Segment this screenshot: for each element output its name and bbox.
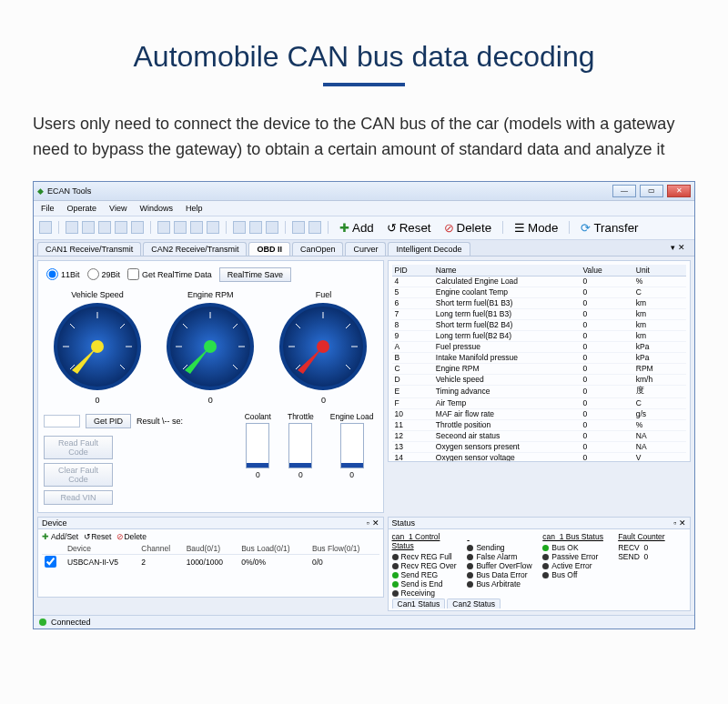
table-row[interactable]: DVehicle speed0km/h [392,374,686,385]
tab-decode[interactable]: Intelligent Decode [388,242,470,256]
tab-close-icon[interactable]: ▾ ✕ [665,242,691,256]
close-button[interactable]: ✕ [667,185,691,197]
menu-file[interactable]: File [41,204,55,213]
status-col4-header: Fault Counter [618,532,686,541]
toolbar-icon[interactable] [66,221,78,234]
status-tab-can2[interactable]: Can2 Status [447,598,500,608]
result-label: Result \-- se: [136,417,183,426]
menu-view[interactable]: View [109,204,126,213]
col-value[interactable]: Value [581,265,633,277]
pid-input[interactable] [44,415,80,427]
minimize-button[interactable]: — [612,185,636,197]
gauge-rpm-value: 0 [165,396,256,405]
bar-engineload [340,423,364,468]
toolbar-icon[interactable] [308,221,321,234]
device-reset[interactable]: ↺Reset [84,532,111,541]
table-row[interactable]: 9Long term fuel(B2 B4)0km [392,330,686,341]
col-unit[interactable]: Unit [633,265,686,277]
toolbar-icon[interactable] [266,221,278,234]
tab-curver[interactable]: Curver [345,242,386,256]
dev-col-channel: Channel [138,543,183,555]
pane-collapse-icon[interactable]: ▫ ✕ [673,518,686,528]
device-check[interactable] [45,556,56,568]
pid-table: PID Name Value Unit 4Calculated Engine L… [388,260,691,462]
table-row[interactable]: 7Long term fuel(B1 B3)0km [392,308,686,319]
delete-button[interactable]: ⊘Delete [440,219,497,236]
toolbar-icon[interactable] [157,221,170,234]
table-row[interactable]: CEngine RPM0RPM [392,363,686,374]
bar-throttle [288,423,312,468]
table-row[interactable]: FAir Temp0C [392,397,686,408]
tab-can2[interactable]: CAN2 Receive/Transmit [143,242,247,256]
transfer-button[interactable]: ⟳Transfer [576,219,642,236]
tab-canopen[interactable]: CanOpen [292,242,344,256]
toolbar-icon[interactable] [207,221,219,234]
toolbar-icon[interactable] [98,221,111,234]
status-tab-can1[interactable]: Can1 Status [392,598,446,608]
toolbar-icon[interactable] [82,221,95,234]
plus-icon: ✚ [339,221,349,235]
tabs: CAN1 Receive/Transmit CAN2 Receive/Trans… [34,240,694,256]
toolbar-icon[interactable] [115,221,127,234]
tab-obd2[interactable]: OBD II [248,242,290,256]
col-name[interactable]: Name [433,265,581,277]
table-row[interactable]: 11Throttle position0% [392,419,686,430]
status-dot-icon [39,619,46,626]
toolbar-icon[interactable] [249,221,262,234]
intro-text: Users only need to connect the device to… [33,112,695,163]
device-pane-title: Device [42,518,67,528]
table-row[interactable]: 10MAF air flow rate0g/s [392,408,686,419]
col-pid[interactable]: PID [392,265,433,277]
pane-collapse-icon[interactable]: ▫ ✕ [367,518,379,528]
get-pid-button[interactable]: Get PID [86,414,131,428]
table-row[interactable]: 8Short term fuel(B2 B4)0km [392,319,686,330]
table-row[interactable]: 4Calculated Engine Load0% [392,276,686,287]
bar-throttle-label: Throttle [288,412,314,421]
clear-fault-button[interactable]: Clear Fault Code [44,463,113,487]
table-row[interactable]: ETiming advance0度 [392,385,686,397]
toolbar-icon[interactable] [292,221,305,234]
transfer-icon: ⟳ [581,221,591,235]
realtime-save-button[interactable]: RealTime Save [219,267,291,282]
radio-29bit[interactable]: 29Bit [87,268,121,280]
read-fault-button[interactable]: Read Fault Code [44,436,113,459]
radio-11bit[interactable]: 11Bit [46,268,80,280]
check-realtime[interactable]: Get RealTime Data [127,268,212,280]
device-row[interactable]: USBCAN-II-V5 2 1000/1000 0%/0% 0/0 [42,554,379,570]
toolbar-icon[interactable] [131,221,144,234]
add-button[interactable]: ✚Add [335,219,379,236]
table-row[interactable]: AFuel pressue0kPa [392,341,686,352]
dev-col-load: Bus Load(0/1) [238,543,309,555]
toolbar-icon[interactable] [39,221,52,234]
maximize-button[interactable]: ▭ [640,185,663,197]
table-row[interactable]: 13Oxygen sensors present0NA [392,441,686,452]
svg-point-10 [91,340,104,353]
mode-button[interactable]: ☰Mode [510,219,562,236]
device-delete[interactable]: ⊘Delete [116,532,147,541]
table-row[interactable]: BIntake Manifold pressue0kPa [392,352,686,363]
toolbar-icon[interactable] [190,221,203,234]
svg-point-21 [204,340,217,353]
table-row[interactable]: 6Short term fuel(B1 B3)0km [392,297,686,308]
table-row[interactable]: 14Oxygen sensor voltage0V [392,452,686,462]
table-row[interactable]: 12Seceond air status0NA [392,430,686,441]
bit-options: 11Bit 29Bit Get RealTime Data RealTime S… [42,265,379,285]
status-col1-header: can_1 Control Status [392,532,460,550]
gauge-speed-label: Vehicle Speed [52,290,143,299]
toolbar: ✚Add ↺Reset ⊘Delete ☰Mode ⟳Transfer [34,216,694,240]
device-addset[interactable]: ✚ Add/Set [42,532,78,541]
toolbar-icon[interactable] [174,221,187,234]
window-title: ECAN Tools [47,186,91,196]
menu-help[interactable]: Help [186,204,203,213]
toolbar-icon[interactable] [233,221,246,234]
table-row[interactable]: 5Engine coolant Temp0C [392,287,686,297]
gauge-fuel-label: Fuel [278,290,369,299]
bar-coolant-label: Coolant [245,412,271,421]
reset-button[interactable]: ↺Reset [382,219,436,236]
read-vin-button[interactable]: Read VIN [44,490,113,505]
menu-windows[interactable]: Windows [139,204,173,213]
page-title: Automobile CAN bus data decoding [33,40,695,74]
menu-operate[interactable]: Operate [67,204,97,213]
tab-can1[interactable]: CAN1 Receive/Transmit [37,242,141,256]
svg-point-32 [317,340,329,353]
